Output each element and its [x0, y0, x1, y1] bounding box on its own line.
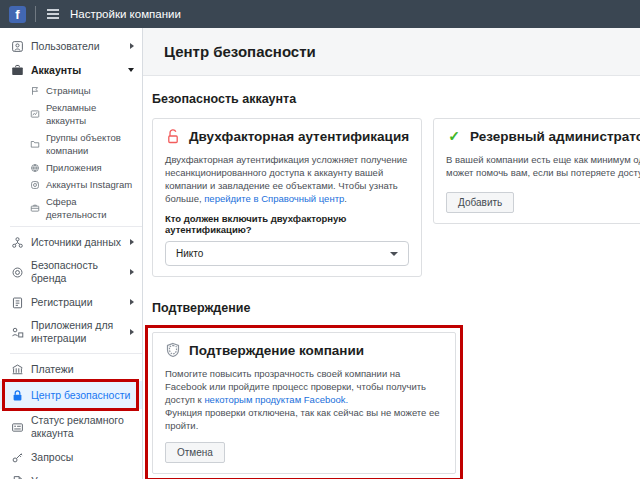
chevron-right-icon — [130, 299, 134, 305]
section-heading-account-security: Безопасность аккаунта — [152, 92, 640, 106]
add-button[interactable]: Добавить — [446, 192, 514, 213]
sidebar-item-brand-safety[interactable]: Безопасность бренда — [0, 254, 142, 290]
sidebar-item-pages[interactable]: Страницы — [0, 82, 142, 99]
card-description-line: В вашей компании есть еще как минимум од… — [446, 153, 640, 166]
chevron-down-icon — [390, 252, 398, 256]
company-verification-card: Подтверждение компании Помогите повысить… — [152, 332, 456, 474]
sidebar-item-label: Центр безопасности — [31, 389, 134, 402]
integrations-icon — [10, 325, 24, 339]
main-content: Центр безопасности Безопасность аккаунта… — [143, 28, 640, 479]
globe-icon — [29, 162, 40, 173]
page-header: Центр безопасности — [143, 28, 640, 76]
sidebar-item-label: Страницы — [46, 84, 134, 97]
open-padlock-icon — [165, 128, 181, 144]
facebook-logo-letter: f — [15, 7, 19, 23]
users-icon — [10, 39, 24, 53]
shield-icon — [165, 342, 181, 358]
card-title: Двухфакторная аутентификация — [189, 129, 409, 144]
briefcase-icon — [29, 203, 40, 214]
sidebar-item-label: Регистрации — [31, 296, 123, 309]
sidebar-item-asset-groups[interactable]: Группы объектов компании — [0, 129, 142, 159]
sidebar-item-notifications[interactable]: Уведомления — [0, 469, 142, 479]
sidebar-item-data-sources[interactable]: Источники данных — [0, 230, 142, 254]
help-center-link[interactable]: перейдите в Справочный центр — [204, 193, 344, 204]
sidebar-item-payments[interactable]: Платежи — [0, 357, 142, 381]
sidebar-item-accounts[interactable]: Аккаунты — [0, 58, 142, 82]
hamburger-menu-icon[interactable] — [45, 7, 61, 21]
sidebar-item-label: Запросы — [31, 451, 134, 464]
instagram-icon — [29, 179, 40, 190]
sidebar-item-label: Платежи — [31, 363, 134, 376]
lock-icon — [10, 388, 24, 402]
sidebar-item-registrations[interactable]: Регистрации — [0, 290, 142, 314]
topbar-divider — [35, 6, 36, 22]
sidebar-item-label: Статус рекламного аккаунта — [31, 414, 134, 440]
chevron-right-icon — [130, 43, 134, 49]
key-icon — [10, 450, 24, 464]
annotation-box: Подтверждение компании Помогите повысить… — [145, 325, 463, 479]
sidebar-item-instagram-accounts[interactable]: Аккаунты Instagram — [0, 176, 142, 193]
brand-safety-icon — [10, 265, 24, 279]
accounts-icon — [10, 63, 24, 77]
ad-status-icon — [10, 420, 24, 434]
chevron-down-icon — [128, 68, 134, 72]
data-sources-icon — [10, 235, 24, 249]
sidebar-item-label: Аккаунты — [31, 64, 121, 77]
card-description-line: может помочь вам, если вы потеряете дост… — [446, 166, 640, 179]
sidebar-item-ad-account-status[interactable]: Статус рекламного аккаунта — [0, 409, 142, 445]
chevron-right-icon — [130, 269, 134, 275]
sidebar-item-label: Приложения для интеграции — [31, 319, 123, 345]
sidebar-item-label: Пользователи — [31, 40, 123, 53]
sidebar-item-security-center[interactable]: Центр безопасности — [0, 381, 142, 409]
two-factor-scope-dropdown[interactable]: Никто — [165, 241, 409, 266]
account-security-cards: Двухфакторная аутентификация Двухфакторн… — [152, 118, 640, 277]
app-body: Пользователи Аккаунты Страницы — [0, 28, 640, 479]
topbar: f Настройки компании — [0, 0, 640, 28]
ad-accounts-icon — [29, 109, 40, 120]
sidebar-item-label: Приложения — [46, 161, 134, 174]
card-title: Подтверждение компании — [189, 343, 364, 358]
folder-icon — [29, 139, 40, 150]
verification-status-line: Функция проверки отключена, так как сейч… — [165, 406, 443, 432]
facebook-logo[interactable]: f — [9, 6, 26, 23]
sidebar-item-label: Уведомления — [31, 475, 134, 479]
chevron-right-icon — [130, 329, 134, 335]
sidebar-item-line-of-business[interactable]: Сфера деятельности — [0, 193, 142, 223]
sidebar-item-ad-accounts[interactable]: Рекламные аккаунты — [0, 99, 142, 129]
sidebar: Пользователи Аккаунты Страницы — [0, 28, 143, 479]
card-title: Резервный администратор — [470, 129, 640, 144]
sidebar-item-apps[interactable]: Приложения — [0, 159, 142, 176]
clipboard-icon — [10, 295, 24, 309]
dropdown-selected-value: Никто — [176, 248, 203, 259]
page-title: Центр безопасности — [164, 43, 316, 60]
cancel-button[interactable]: Отмена — [165, 442, 225, 463]
flag-icon — [29, 85, 40, 96]
sidebar-item-integrations[interactable]: Приложения для интеграции — [0, 314, 142, 350]
sidebar-item-label: Безопасность бренда — [31, 259, 123, 285]
sidebar-item-label: Источники данных — [31, 236, 123, 249]
section-heading-verification: Подтверждение — [152, 301, 640, 315]
two-factor-auth-card: Двухфакторная аутентификация Двухфакторн… — [152, 118, 422, 277]
security-center-content: Безопасность аккаунта Двухфакторная ауте… — [143, 76, 640, 479]
sidebar-item-label: Рекламные аккаунты — [46, 101, 134, 127]
sidebar-item-label: Сфера деятельности — [46, 195, 134, 221]
bank-icon — [10, 362, 24, 376]
notifications-icon — [10, 474, 24, 479]
card-description: Помогите повысить прозрачность своей ком… — [165, 367, 443, 432]
sidebar-item-label: Группы объектов компании — [46, 131, 134, 157]
two-factor-question: Кто должен включить двухфакторную аутент… — [165, 213, 409, 235]
backup-admin-card: ✓ Резервный администратор В вашей компан… — [433, 118, 640, 224]
facebook-products-link[interactable]: некоторым продуктам Facebook. — [204, 394, 348, 405]
sidebar-item-users[interactable]: Пользователи — [0, 34, 142, 58]
sidebar-item-requests[interactable]: Запросы — [0, 445, 142, 469]
sidebar-item-label: Аккаунты Instagram — [46, 178, 134, 191]
topbar-title: Настройки компании — [70, 8, 181, 20]
check-icon: ✓ — [446, 128, 462, 144]
sidebar-divider — [10, 353, 142, 354]
business-settings-screen: f Настройки компании Пользователи Аккаун… — [0, 0, 640, 479]
card-description: Двухфакторная аутентификация усложняет п… — [165, 153, 409, 205]
sidebar-divider — [10, 226, 142, 227]
chevron-right-icon — [130, 239, 134, 245]
